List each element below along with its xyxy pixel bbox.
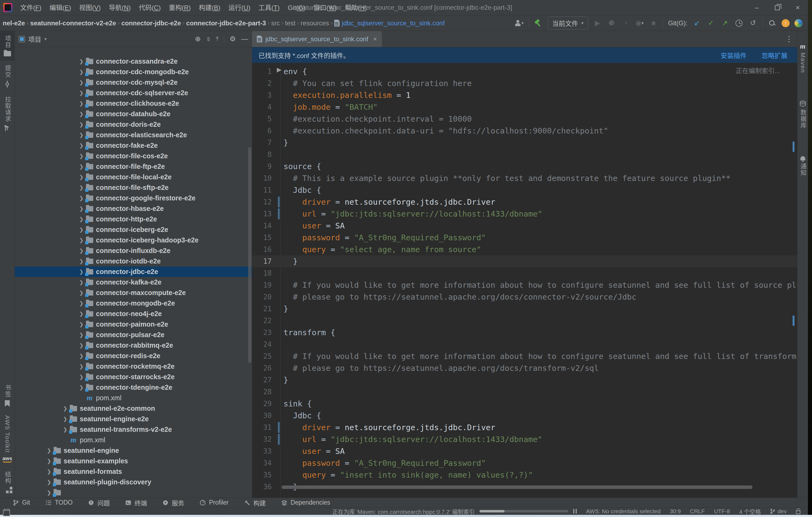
- tab-options-icon[interactable]: ⋮: [785, 34, 797, 44]
- breadcrumb-item[interactable]: seatunnel-connector-v2-e2e: [29, 20, 117, 27]
- code-line-28[interactable]: 28: [252, 386, 797, 398]
- code-line-26[interactable]: 26 # please go to https://seatunnel.apac…: [252, 362, 797, 374]
- indent-config[interactable]: 4 个空格: [739, 507, 761, 515]
- rollback-button[interactable]: ↺: [748, 19, 758, 28]
- run-gutter-icon[interactable]: ▶: [277, 66, 282, 73]
- code-line-21[interactable]: 21}: [252, 303, 797, 315]
- tree-item-connector-iotdb-e2e[interactable]: ❯connector-iotdb-e2e: [15, 256, 252, 267]
- chevron-right-icon[interactable]: ❯: [77, 290, 86, 296]
- layout-button[interactable]: [4, 509, 10, 514]
- chevron-right-icon[interactable]: ❯: [77, 121, 86, 128]
- tree-item-connector-cassandra-e2e[interactable]: ❯connector-cassandra-e2e: [15, 56, 252, 66]
- editor-horizontal-scrollbar[interactable]: [282, 485, 762, 489]
- chevron-right-icon[interactable]: ❯: [45, 489, 54, 496]
- error-stripe-mark[interactable]: [792, 316, 794, 326]
- tool-stripe-button-project-folder[interactable]: 项目: [0, 31, 14, 61]
- code-line-29[interactable]: 29sink {: [252, 398, 797, 410]
- code-line-19[interactable]: 19 # If you would like to get more infor…: [252, 279, 797, 291]
- editor-tab[interactable]: jdbc_sqlserver_source_to_sink.conf ×: [252, 31, 382, 47]
- unlock-icon[interactable]: [796, 511, 801, 514]
- git-branch-widget[interactable]: dev: [770, 508, 787, 515]
- tree-item-connector-fake-e2e[interactable]: ❯connector-fake-e2e: [15, 140, 252, 151]
- tree-item-connector-iceberg-e2e[interactable]: ❯connector-iceberg-e2e: [15, 224, 252, 235]
- chevron-right-icon[interactable]: ❯: [77, 195, 86, 201]
- menu-item-t[interactable]: 工具(T): [254, 0, 284, 16]
- tree-item-connector-jdbc-e2e[interactable]: ❯connector-jdbc-e2e: [15, 267, 252, 277]
- settings-gear-button[interactable]: ⚙: [230, 35, 236, 43]
- code-line-12[interactable]: 12 driver = net.sourceforge.jtds.jdbc.Dr…: [252, 196, 797, 208]
- cursor-position[interactable]: 30:9: [670, 508, 681, 515]
- code-line-32[interactable]: 32 url = "jdbc:jtds:sqlserver://localhos…: [252, 433, 797, 445]
- tool-stripe-button-aws-logo[interactable]: AWS Toolkitaws: [0, 411, 14, 467]
- search-everywhere-button[interactable]: [767, 19, 777, 28]
- debug-button[interactable]: ⚈: [607, 19, 616, 28]
- code-line-15[interactable]: 15 password = "A_Str0ng_Required_Passwor…: [252, 232, 797, 244]
- tree-item-connector-cdc-mongodb-e2e[interactable]: ❯connector-cdc-mongodb-e2e: [15, 66, 252, 77]
- git-commit-button[interactable]: ✓: [706, 19, 716, 28]
- code-line-23[interactable]: 23transform {: [252, 327, 797, 338]
- chevron-right-icon[interactable]: ❯: [77, 332, 86, 338]
- tree-item-connector-cdc-sqlserver-e2e[interactable]: ❯connector-cdc-sqlserver-e2e: [15, 88, 252, 98]
- tree-item-connector-clickhouse-e2e[interactable]: ❯connector-clickhouse-e2e: [15, 98, 252, 109]
- chevron-right-icon[interactable]: ❯: [77, 206, 86, 212]
- code-line-13[interactable]: 13 url = "jdbc:jtds:sqlserver://localhos…: [252, 208, 797, 220]
- project-panel-title[interactable]: 项目: [28, 34, 41, 44]
- chevron-right-icon[interactable]: ❯: [77, 174, 86, 180]
- restore-button[interactable]: [767, 0, 787, 16]
- code-line-7[interactable]: 7}: [252, 137, 797, 148]
- coverage-button[interactable]: ◉▾: [635, 19, 644, 28]
- aws-credentials-status[interactable]: AWS: No credentials selected: [586, 508, 661, 515]
- collapse-all-button[interactable]: ⤒: [216, 36, 219, 42]
- code-line-8[interactable]: 8: [252, 148, 797, 161]
- breadcrumb-item[interactable]: jdbc_sqlserver_source_to_sink.conf: [333, 20, 446, 27]
- breadcrumb-item[interactable]: nel-e2e: [2, 20, 26, 27]
- menu-item-f[interactable]: 文件(F): [16, 0, 46, 16]
- hide-panel-button[interactable]: —: [241, 35, 248, 43]
- tree-item-connector-elasticsearch-e2e[interactable]: ❯connector-elasticsearch-e2e: [15, 130, 252, 140]
- tree-item-connector-rocketmq-e2e[interactable]: ❯connector-rocketmq-e2e: [15, 361, 252, 372]
- breadcrumb-item[interactable]: test: [284, 20, 297, 27]
- tree-item-seatunnel-examples[interactable]: ❯seatunnel-examples: [15, 456, 252, 466]
- menu-item-c[interactable]: 代码(C): [135, 0, 165, 16]
- toolwindow-button-git[interactable]: Git: [13, 499, 30, 506]
- chevron-right-icon[interactable]: ❯: [77, 384, 86, 390]
- code-line-17[interactable]: 17 }: [252, 255, 797, 267]
- chevron-right-icon[interactable]: ❯: [77, 100, 86, 107]
- chevron-right-icon[interactable]: ❯: [77, 353, 86, 359]
- chevron-right-icon[interactable]: ❯: [61, 426, 70, 433]
- code-line-16[interactable]: 16 query = "select age, name from source…: [252, 244, 797, 255]
- line-separator[interactable]: CRLF: [690, 508, 705, 515]
- pause-indexing-button[interactable]: [573, 509, 577, 514]
- tree-item-connector-doris-e2e[interactable]: ❯connector-doris-e2e: [15, 119, 252, 130]
- code-line-5[interactable]: 5 #execution.checkpoint.interval = 10000: [252, 113, 797, 125]
- code-editor[interactable]: 1env {2 # You can set flink configuratio…: [252, 63, 797, 497]
- chevron-right-icon[interactable]: ❯: [77, 258, 86, 264]
- breadcrumb-item[interactable]: resources: [300, 20, 330, 27]
- chevron-right-icon[interactable]: ❯: [77, 374, 86, 380]
- breadcrumb-item[interactable]: connector-jdbc-e2e: [120, 20, 182, 27]
- tool-stripe-button-notifications-bell[interactable]: 通知: [798, 152, 808, 181]
- code-line-25[interactable]: 25 # If you would like to get more infor…: [252, 350, 797, 362]
- code-line-24[interactable]: 24: [252, 338, 797, 350]
- tree-item-seatunnel-e2e-common[interactable]: ❯seatunnel-e2e-common: [15, 403, 252, 414]
- toolwindow-button-服务[interactable]: 服务: [163, 498, 184, 507]
- code-line-35[interactable]: 35 query = "insert into sink(age, name) …: [252, 469, 797, 481]
- error-stripe-mark[interactable]: [792, 142, 794, 152]
- chevron-right-icon[interactable]: ❯: [77, 237, 86, 243]
- tool-stripe-button-pull-request[interactable]: 拉取请求: [0, 92, 14, 136]
- minimize-button[interactable]: –: [747, 0, 767, 16]
- tree-item-connector-datahub-e2e[interactable]: ❯connector-datahub-e2e: [15, 109, 252, 119]
- chevron-right-icon[interactable]: ❯: [77, 153, 86, 159]
- code-line-22[interactable]: 22: [252, 315, 797, 327]
- run-config-combo[interactable]: 当前文件▾: [548, 17, 588, 30]
- tree-item-connector-cdc-mysql-e2e[interactable]: ❯connector-cdc-mysql-e2e: [15, 77, 252, 88]
- tree-item-seatunnel-plugin-discovery[interactable]: ❯seatunnel-plugin-discovery: [15, 477, 252, 487]
- toolwindow-button-问题[interactable]: 问题: [88, 498, 110, 507]
- tree-item-connector-starrocks-e2e[interactable]: ❯connector-starrocks-e2e: [15, 372, 252, 382]
- tool-stripe-button-database[interactable]: 数据库: [798, 96, 808, 133]
- feature-sphere-icon[interactable]: [794, 19, 803, 27]
- chevron-right-icon[interactable]: ❯: [77, 248, 86, 254]
- tree-item-partial[interactable]: ❯: [15, 487, 252, 497]
- tool-stripe-button-maven-m[interactable]: mMaven: [798, 39, 808, 77]
- chevron-right-icon[interactable]: ❯: [77, 90, 86, 96]
